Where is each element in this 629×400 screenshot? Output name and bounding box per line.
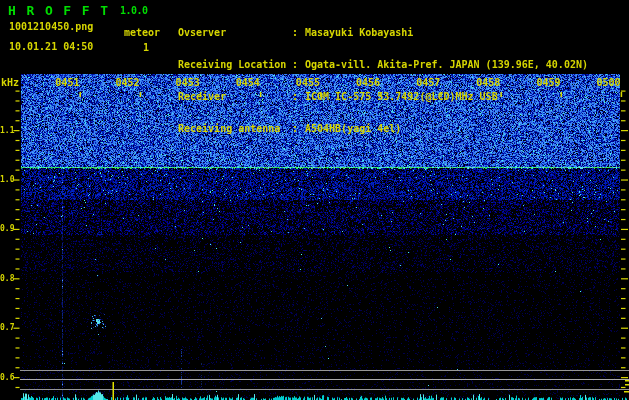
frequency-axis-label: 0.7	[0, 323, 13, 332]
frequency-axis-label: 0.9	[0, 224, 13, 233]
time-axis-label: 0500	[596, 78, 622, 88]
time-axis-label: 0453	[175, 78, 201, 88]
time-axis-label: 0458	[475, 78, 501, 88]
time-axis-label: 0454	[235, 78, 261, 88]
frequency-axis-label: 1.0	[0, 175, 13, 184]
info-label: Receiving antenna	[178, 124, 292, 135]
info-colon: :	[292, 92, 305, 103]
time-axis-label: 0457	[415, 78, 441, 88]
info-label: Receiving Location	[178, 60, 292, 71]
observation-datetime: 10.01.21 04:50	[9, 41, 93, 52]
info-label: Receiver	[178, 92, 292, 103]
hrofft-screen: H R O F F T 1.0.0 1001210450.png meteor …	[0, 0, 629, 400]
info-value: ICOM IC-575 53.7492(@LCD)MHz USB	[305, 92, 498, 103]
time-axis-label: 0452	[115, 78, 141, 88]
info-value: Ogata-vill. Akita-Pref. JAPAN (139.96E, …	[305, 60, 588, 71]
app-version: 1.0.0	[120, 5, 148, 16]
frequency-axis-label: 1.1	[0, 126, 13, 135]
time-axis-label: 0451	[54, 78, 80, 88]
info-colon: :	[292, 28, 305, 39]
info-colon: :	[292, 60, 305, 71]
output-filename: 1001210450.png	[9, 21, 93, 32]
info-value: A504HB(yagi 4el)	[305, 124, 401, 135]
station-info-row: Receiver:ICOM IC-575 53.7492(@LCD)MHz US…	[178, 92, 588, 103]
y-axis-unit-label: kHz	[1, 77, 19, 88]
station-info-row: Ovserver:Masayuki Kobayashi	[178, 28, 588, 39]
info-label: Ovserver	[178, 28, 292, 39]
frequency-axis-label: 0.6	[0, 373, 13, 382]
time-axis-label: 0459	[535, 78, 561, 88]
mode-label: meteor	[124, 27, 160, 38]
meteor-count: 1	[143, 42, 149, 53]
info-colon: :	[292, 124, 305, 135]
station-info-row: Receiving antenna:A504HB(yagi 4el)	[178, 124, 588, 135]
frequency-axis-label: 0.8	[0, 274, 13, 283]
time-axis-label: 0455	[295, 78, 321, 88]
app-title: H R O F F T	[8, 3, 110, 18]
info-value: Masayuki Kobayashi	[305, 28, 413, 39]
time-axis-label: 0456	[355, 78, 381, 88]
station-info-row: Receiving Location:Ogata-vill. Akita-Pre…	[178, 60, 588, 71]
